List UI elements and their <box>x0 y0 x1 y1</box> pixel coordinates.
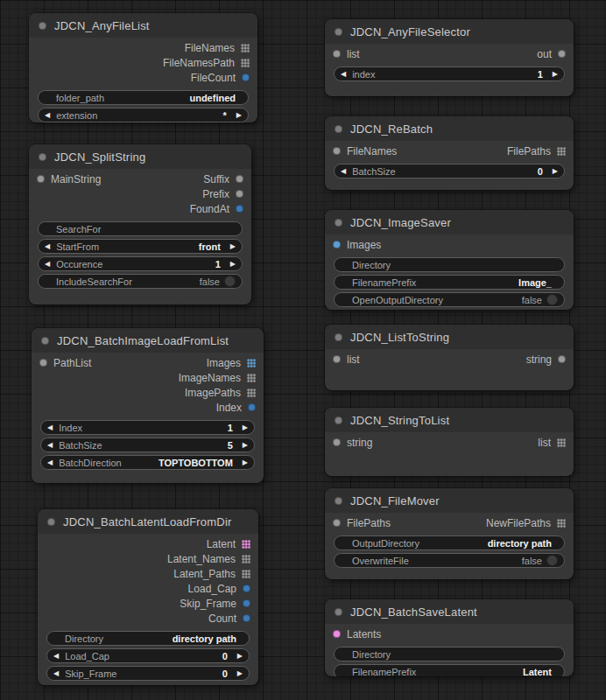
output-slot-filepaths[interactable]: FilePaths <box>507 145 566 158</box>
node-titlebar[interactable]: JDCN_SplitString <box>29 144 251 169</box>
combo-left-arrow-icon[interactable]: ◀ <box>47 442 53 449</box>
collapse-dot-icon[interactable] <box>47 518 55 526</box>
output-slot-load-cap[interactable]: Load_Cap <box>188 583 250 595</box>
widget-batchsize[interactable]: ◀BatchSize5▶ <box>40 438 255 452</box>
output-slot-count[interactable]: Count <box>208 612 250 625</box>
round-slot-icon[interactable] <box>236 190 243 198</box>
grid-slot-icon[interactable] <box>557 147 566 156</box>
round-slot-icon[interactable] <box>236 205 243 213</box>
widget-filenameprefix[interactable]: FilenamePrefixLatent <box>334 664 565 676</box>
round-slot-icon[interactable] <box>333 519 341 527</box>
grid-slot-icon[interactable] <box>241 59 250 67</box>
input-slot-filepaths[interactable]: FilePaths <box>333 517 391 529</box>
node-jdcn-rebatch[interactable]: JDCN_ReBatchFileNamesFilePaths◀BatchSize… <box>325 116 574 190</box>
combo-right-arrow-icon[interactable]: ▶ <box>230 243 236 250</box>
widget-overwritefile[interactable]: OverwriteFilefalse <box>334 553 565 568</box>
round-slot-icon[interactable] <box>242 74 250 81</box>
node-jdcn-splitstring[interactable]: JDCN_SplitStringMainStringSuffixPrefixFo… <box>29 144 251 304</box>
combo-right-arrow-icon[interactable]: ▶ <box>553 168 558 175</box>
grid-slot-icon[interactable] <box>242 540 250 549</box>
grid-slot-icon[interactable] <box>247 388 256 397</box>
output-slot-imagenames[interactable]: ImageNames <box>179 372 256 384</box>
node-titlebar[interactable]: JDCN_StringToList <box>325 408 574 432</box>
combo-right-arrow-icon[interactable]: ▶ <box>553 71 558 78</box>
node-jdcn-batchsavelatent[interactable]: JDCN_BatchSaveLatentLatentsDirectoryFile… <box>325 599 574 676</box>
widget-outputdirectory[interactable]: OutputDirectorydirectory path <box>334 536 565 550</box>
input-slot-list[interactable]: list <box>333 48 360 60</box>
round-slot-icon[interactable] <box>558 50 566 58</box>
node-graph-canvas[interactable]: JDCN_AnyFileListFileNamesFileNamesPathFi… <box>0 0 606 700</box>
combo-right-arrow-icon[interactable]: ▶ <box>243 459 248 466</box>
output-slot-filenamespath[interactable]: FileNamesPath <box>163 57 250 69</box>
combo-right-arrow-icon[interactable]: ▶ <box>237 670 243 677</box>
output-slot-index[interactable]: Index <box>216 402 256 414</box>
node-jdcn-anyfilelist[interactable]: JDCN_AnyFileListFileNamesFileNamesPathFi… <box>29 13 257 122</box>
node-jdcn-batchimageloadfromlist[interactable]: JDCN_BatchImageLoadFromListPathListImage… <box>32 328 264 483</box>
collapse-dot-icon[interactable] <box>335 333 342 341</box>
combo-left-arrow-icon[interactable]: ◀ <box>53 653 59 660</box>
node-titlebar[interactable]: JDCN_BatchImageLoadFromList <box>32 328 264 353</box>
node-jdcn-imagesaver[interactable]: JDCN_ImageSaverImagesDirectoryFilenamePr… <box>325 210 574 310</box>
widget-openoutputdirectory[interactable]: OpenOutputDirectoryfalse <box>334 292 565 307</box>
grid-slot-icon[interactable] <box>247 374 256 382</box>
input-slot-list[interactable]: list <box>333 354 360 366</box>
combo-right-arrow-icon[interactable]: ▶ <box>243 424 248 431</box>
output-slot-list[interactable]: list <box>538 437 566 449</box>
grid-slot-icon[interactable] <box>241 44 250 52</box>
combo-right-arrow-icon[interactable]: ▶ <box>236 112 242 119</box>
combo-left-arrow-icon[interactable]: ◀ <box>45 112 50 119</box>
round-slot-icon[interactable] <box>558 355 566 363</box>
round-slot-icon[interactable] <box>333 241 341 248</box>
node-titlebar[interactable]: JDCN_BatchLatentLoadFromDir <box>38 509 258 534</box>
widget-searchfor[interactable]: SearchFor <box>38 221 243 236</box>
round-slot-icon[interactable] <box>236 175 243 183</box>
output-slot-filenames[interactable]: FileNames <box>185 42 250 54</box>
grid-slot-icon[interactable] <box>247 359 256 368</box>
output-slot-string[interactable]: string <box>526 354 566 366</box>
collapse-dot-icon[interactable] <box>335 219 342 227</box>
widget-occurence[interactable]: ◀Occurence1▶ <box>38 256 243 271</box>
combo-left-arrow-icon[interactable]: ◀ <box>47 459 53 466</box>
output-slot-images[interactable]: Images <box>207 357 256 369</box>
round-slot-icon[interactable] <box>243 614 250 622</box>
round-slot-icon[interactable] <box>333 147 341 155</box>
toggle-knob-icon[interactable] <box>546 555 558 566</box>
combo-left-arrow-icon[interactable]: ◀ <box>341 71 346 78</box>
node-jdcn-batchlatentloadfromdir[interactable]: JDCN_BatchLatentLoadFromDirLatentLatent_… <box>38 509 258 685</box>
widget-index[interactable]: ◀index1▶ <box>334 66 565 81</box>
grid-slot-icon[interactable] <box>242 555 250 564</box>
combo-right-arrow-icon[interactable]: ▶ <box>243 442 248 449</box>
output-slot-newfilepaths[interactable]: NewFilePaths <box>486 517 566 529</box>
combo-left-arrow-icon[interactable]: ◀ <box>45 243 50 250</box>
round-slot-icon[interactable] <box>39 359 47 367</box>
output-slot-latent[interactable]: Latent <box>207 538 250 550</box>
round-slot-icon[interactable] <box>248 403 256 411</box>
input-slot-latents[interactable]: Latents <box>333 628 381 640</box>
input-slot-filenames[interactable]: FileNames <box>333 145 397 158</box>
widget-skip-frame[interactable]: ◀Skip_Frame0▶ <box>46 666 250 681</box>
combo-right-arrow-icon[interactable]: ▶ <box>237 653 243 660</box>
round-slot-icon[interactable] <box>333 438 341 446</box>
node-titlebar[interactable]: JDCN_ImageSaver <box>325 210 574 234</box>
node-titlebar[interactable]: JDCN_BatchSaveLatent <box>325 599 574 624</box>
node-jdcn-anyfileselector[interactable]: JDCN_AnyFileSelectorlistout◀index1▶ <box>325 19 574 96</box>
widget-directory[interactable]: Directory <box>334 257 565 272</box>
widget-batchsize[interactable]: ◀BatchSize0▶ <box>334 164 565 178</box>
node-titlebar[interactable]: JDCN_ListToString <box>325 325 574 349</box>
node-jdcn-stringtolist[interactable]: JDCN_StringToListstringlist <box>325 408 574 476</box>
grid-slot-icon[interactable] <box>557 438 566 447</box>
widget-directory[interactable]: Directory <box>334 647 565 662</box>
collapse-dot-icon[interactable] <box>335 608 342 616</box>
toggle-knob-icon[interactable] <box>546 294 558 305</box>
grid-slot-icon[interactable] <box>557 519 566 528</box>
widget-startfrom[interactable]: ◀StartFromfront▶ <box>38 239 243 254</box>
output-slot-skip-frame[interactable]: Skip_Frame <box>180 598 250 610</box>
combo-left-arrow-icon[interactable]: ◀ <box>53 670 59 677</box>
output-slot-latent-names[interactable]: Latent_Names <box>167 553 250 565</box>
collapse-dot-icon[interactable] <box>335 416 342 424</box>
combo-left-arrow-icon[interactable]: ◀ <box>341 168 346 175</box>
node-titlebar[interactable]: JDCN_AnyFileSelector <box>325 19 574 44</box>
combo-left-arrow-icon[interactable]: ◀ <box>45 261 50 268</box>
grid-slot-icon[interactable] <box>242 570 250 578</box>
output-slot-foundat[interactable]: FoundAt <box>190 203 243 215</box>
